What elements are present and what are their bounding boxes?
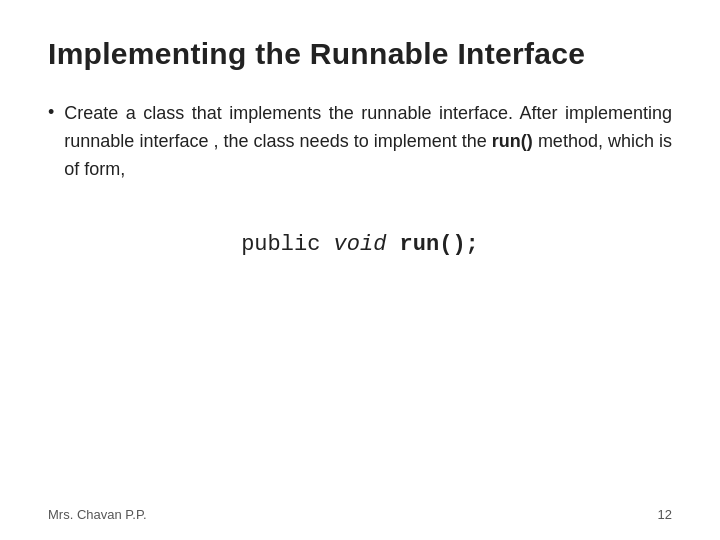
bullet-text: Create a class that implements the runna… — [64, 100, 672, 184]
code-void: void — [334, 232, 387, 257]
run-method-bold: run() — [492, 131, 533, 151]
footer-author: Mrs. Chavan P.P. — [48, 507, 147, 522]
bullet-item: • Create a class that implements the run… — [48, 100, 672, 184]
code-block: public void run(); — [48, 220, 672, 267]
slide: Implementing the Runnable Interface • Cr… — [0, 0, 720, 540]
content-area: • Create a class that implements the run… — [48, 100, 672, 510]
code-run: run(); — [400, 232, 479, 257]
bullet-dot: • — [48, 102, 54, 123]
footer-page: 12 — [658, 507, 672, 522]
footer: Mrs. Chavan P.P. 12 — [0, 507, 720, 522]
code-text: public void run(); — [241, 232, 479, 257]
slide-title: Implementing the Runnable Interface — [48, 36, 672, 72]
